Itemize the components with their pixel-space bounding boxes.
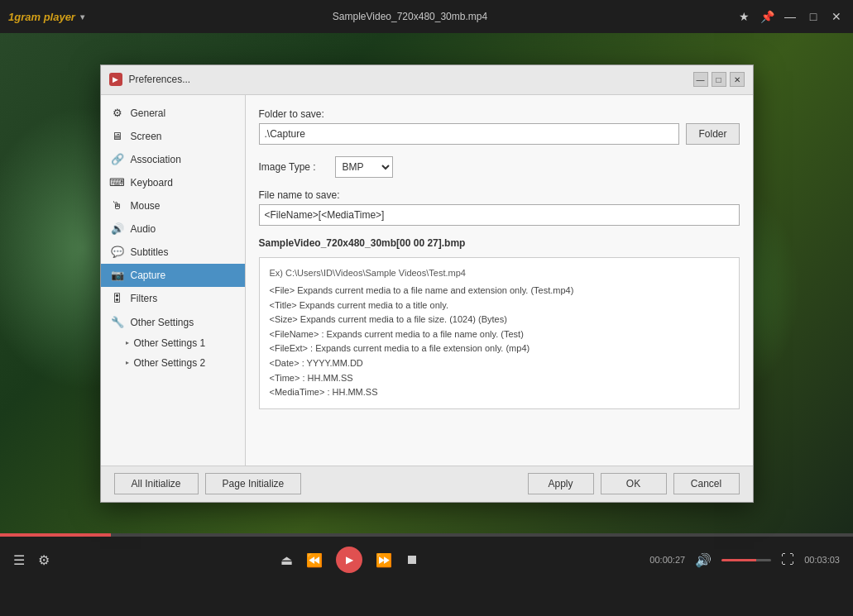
sidebar-item-other-settings-2[interactable]: ▸ Other Settings 2: [101, 353, 245, 373]
ok-button[interactable]: OK: [601, 473, 667, 494]
player-bar: ☰ ⚙ ⏏ ⏪ ▶ ⏩ ⏹ 00:00:27 🔊 ⛶ 00:03:03: [0, 533, 853, 616]
player-center-controls: ⏏ ⏪ ▶ ⏩ ⏹: [280, 547, 419, 573]
subtitles-icon: 💬: [111, 246, 124, 259]
time-current: 00:00:27: [649, 555, 685, 565]
dialog-maximize-button[interactable]: □: [712, 72, 726, 87]
eject-icon[interactable]: ⏏: [280, 552, 293, 568]
apply-button[interactable]: Apply: [528, 473, 594, 494]
rewind-icon[interactable]: ⏪: [306, 552, 323, 568]
fullscreen-icon[interactable]: ⛶: [781, 552, 794, 567]
footer-left: All Initialize Page Initialize: [114, 473, 521, 494]
maximize-button[interactable]: □: [805, 8, 822, 25]
sidebar: ⚙ General 🖥 Screen 🔗 Association ⌨ Keybo…: [101, 95, 246, 466]
info-box: Ex) C:\Users\ID\Videos\Sample Videos\Tes…: [259, 257, 740, 409]
dialog-minimize-button[interactable]: —: [693, 72, 708, 87]
sidebar-label-other-settings: Other Settings: [131, 317, 194, 328]
general-icon: ⚙: [111, 107, 124, 120]
sidebar-item-screen[interactable]: 🖥 Screen: [101, 125, 245, 148]
pin-icon[interactable]: 📌: [759, 8, 775, 25]
sidebar-label-filters: Filters: [131, 293, 158, 304]
image-type-label: Image Type :: [259, 161, 325, 173]
audio-icon: 🔊: [111, 222, 124, 236]
sidebar-item-keyboard[interactable]: ⌨ Keyboard: [101, 171, 245, 194]
page-initialize-button[interactable]: Page Initialize: [205, 473, 302, 494]
sidebar-label-general: General: [131, 107, 166, 119]
dialog-body: ⚙ General 🖥 Screen 🔗 Association ⌨ Keybo…: [101, 95, 753, 466]
bookmark-icon[interactable]: ★: [736, 8, 752, 25]
fast-forward-icon[interactable]: ⏩: [376, 552, 392, 568]
filename-field-row: [259, 204, 740, 226]
folder-label: Folder to save:: [259, 108, 740, 120]
image-type-select[interactable]: BMP JPEG PNG: [335, 156, 393, 178]
folder-button[interactable]: Folder: [686, 123, 739, 145]
sidebar-label-keyboard: Keyboard: [131, 177, 173, 189]
filters-icon: 🎛: [111, 292, 124, 305]
sidebar-label-other-settings-2: Other Settings 2: [134, 357, 206, 369]
time-total: 00:03:03: [804, 555, 840, 565]
logo-text: 1gram player: [8, 11, 75, 23]
folder-input[interactable]: [259, 123, 680, 145]
info-line-1: <Title> Expands current media to a title…: [270, 298, 729, 313]
filename-input[interactable]: [259, 204, 740, 226]
sidebar-item-other-settings-1[interactable]: ▸ Other Settings 1: [101, 333, 245, 353]
player-controls: ☰ ⚙ ⏏ ⏪ ▶ ⏩ ⏹ 00:00:27 🔊 ⛶ 00:03:03: [0, 537, 853, 583]
sidebar-item-mouse[interactable]: 🖱 Mouse: [101, 194, 245, 217]
player-right-controls: 00:00:27 🔊 ⛶ 00:03:03: [649, 552, 840, 568]
sidebar-item-association[interactable]: 🔗 Association: [101, 148, 245, 171]
info-line-3: <FileName> : Expands current media to a …: [270, 327, 729, 342]
folder-field-row: Folder: [259, 123, 740, 145]
sidebar-item-capture[interactable]: 📷 Capture: [101, 264, 245, 287]
dialog-close-button[interactable]: ✕: [730, 72, 745, 87]
sidebar-label-audio: Audio: [131, 223, 156, 235]
sidebar-label-screen: Screen: [131, 131, 162, 142]
settings-icon[interactable]: ⚙: [38, 552, 50, 568]
screen-icon: 🖥: [111, 130, 124, 143]
play-button[interactable]: ▶: [336, 547, 362, 573]
volume-slider[interactable]: [721, 559, 771, 561]
cancel-button[interactable]: Cancel: [673, 473, 740, 494]
chevron-right-icon-1: ▸: [126, 339, 129, 346]
dialog-icon: ▶: [109, 73, 122, 86]
sidebar-item-general[interactable]: ⚙ General: [101, 102, 245, 125]
app-logo: 1gram player ▾: [8, 11, 84, 23]
sidebar-item-subtitles[interactable]: 💬 Subtitles: [101, 241, 245, 264]
sidebar-item-filters[interactable]: 🎛 Filters: [101, 287, 245, 310]
content-area: Folder to save: Folder Image Type : BMP …: [246, 95, 753, 466]
title-bar: 1gram player ▾ SampleVideo_720x480_30mb.…: [0, 0, 853, 33]
filename-preview: SampleVideo_720x480_30mb[00 00 27].bmp: [259, 237, 740, 249]
sidebar-label-association: Association: [131, 154, 181, 165]
info-line-0: <File> Expands current media to a file n…: [270, 284, 729, 298]
dialog-title: Preferences...: [129, 74, 687, 85]
other-settings-icon: 🔧: [111, 316, 124, 329]
progress-fill: [0, 533, 111, 537]
playlist-icon[interactable]: ☰: [13, 552, 25, 568]
info-line-6: <Time> : HH.MM.SS: [270, 371, 729, 386]
close-button[interactable]: ✕: [828, 8, 845, 25]
mouse-icon: 🖱: [111, 199, 124, 212]
sidebar-item-audio[interactable]: 🔊 Audio: [101, 217, 245, 241]
image-type-row: Image Type : BMP JPEG PNG: [259, 156, 740, 178]
sidebar-item-other-settings[interactable]: 🔧 Other Settings: [101, 312, 245, 333]
sidebar-label-mouse: Mouse: [131, 200, 161, 212]
volume-icon[interactable]: 🔊: [695, 552, 712, 568]
dialog-title-bar: ▶ Preferences... — □ ✕: [101, 65, 753, 95]
progress-bar[interactable]: [0, 533, 853, 537]
dialog-footer: All Initialize Page Initialize Apply OK …: [101, 466, 753, 502]
sidebar-label-other-settings-1: Other Settings 1: [134, 337, 206, 349]
footer-right: Apply OK Cancel: [528, 473, 740, 494]
info-line-2: <Size> Expands current media to a file s…: [270, 313, 729, 327]
info-line-4: <FileExt> : Expands current media to a f…: [270, 341, 729, 356]
stop-icon[interactable]: ⏹: [405, 552, 419, 567]
dialog-overlay: ▶ Preferences... — □ ✕ ⚙ General 🖥 Scree…: [0, 33, 853, 533]
minimize-button[interactable]: —: [782, 8, 798, 25]
sidebar-label-capture: Capture: [131, 270, 166, 281]
all-initialize-button[interactable]: All Initialize: [114, 473, 199, 494]
dialog-window-controls: — □ ✕: [693, 72, 745, 87]
window-title: SampleVideo_720x480_30mb.mp4: [84, 11, 736, 22]
player-left-controls: ☰ ⚙: [13, 552, 50, 568]
capture-icon: 📷: [111, 269, 124, 282]
filename-field-group: File name to save:: [259, 189, 740, 226]
association-icon: 🔗: [111, 153, 124, 166]
filename-label: File name to save:: [259, 189, 740, 201]
folder-field-group: Folder to save: Folder: [259, 108, 740, 145]
